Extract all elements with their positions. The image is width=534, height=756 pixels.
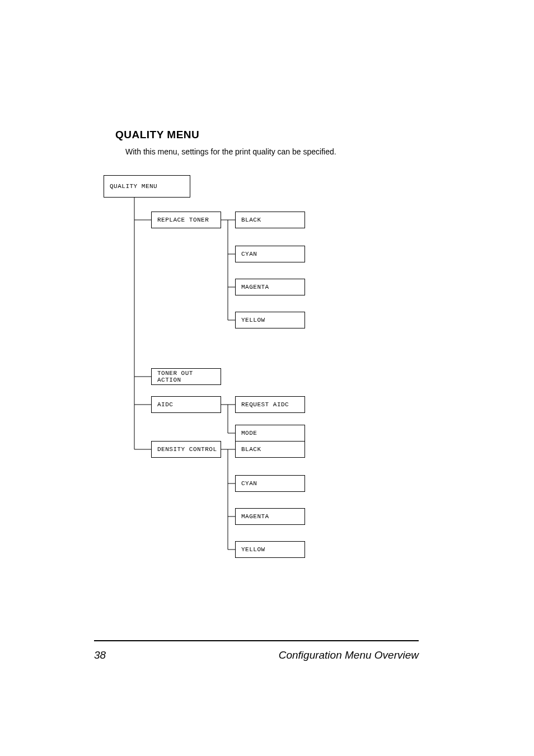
page-number: 38 — [94, 649, 106, 661]
menu-item-density-black: BLACK — [235, 441, 305, 458]
section-description: With this menu, settings for the print q… — [125, 147, 336, 156]
menu-item-aidc: AIDC — [151, 396, 221, 413]
footer-title: Configuration Menu Overview — [279, 649, 419, 661]
menu-root-node: QUALITY MENU — [104, 175, 190, 198]
menu-item-density-yellow: YELLOW — [235, 541, 305, 558]
footer-divider — [94, 640, 419, 641]
menu-item-density-magenta: MAGENTA — [235, 508, 305, 525]
menu-item-mode: MODE — [235, 425, 305, 442]
menu-item-request-aidc: REQUEST AIDC — [235, 396, 305, 413]
menu-item-toner-out-action: TONER OUT ACTION — [151, 368, 221, 385]
menu-item-magenta: MAGENTA — [235, 279, 305, 295]
menu-item-density-control: DENSITY CONTROL — [151, 441, 221, 458]
menu-item-yellow: YELLOW — [235, 312, 305, 328]
menu-item-black: BLACK — [235, 212, 305, 228]
menu-item-replace-toner: REPLACE TONER — [151, 212, 221, 228]
menu-item-density-cyan: CYAN — [235, 475, 305, 492]
menu-item-cyan: CYAN — [235, 246, 305, 262]
section-heading: QUALITY MENU — [115, 129, 199, 141]
